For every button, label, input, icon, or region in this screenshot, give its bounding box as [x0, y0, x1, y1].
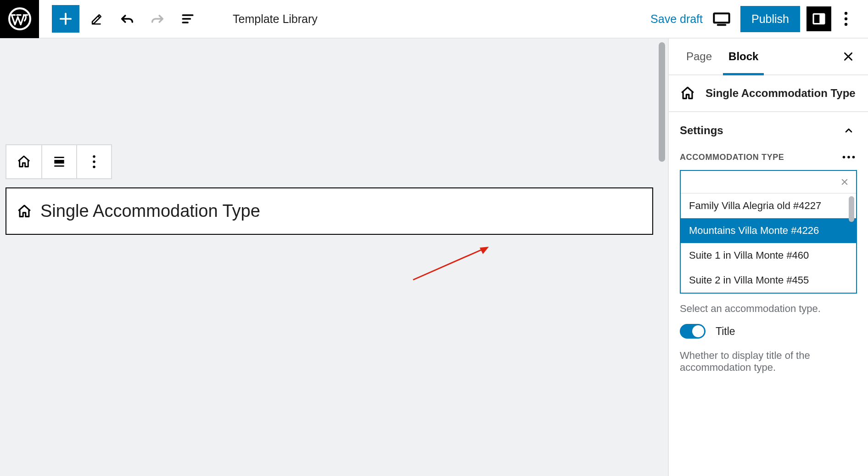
editor-canvas[interactable]: Single Accommodation Type — [0, 39, 668, 476]
canvas-scrollbar[interactable] — [659, 42, 665, 162]
block-title: Single Accommodation Type — [40, 201, 260, 221]
svg-rect-1 — [714, 13, 729, 23]
settings-sidebar-toggle[interactable] — [806, 6, 831, 31]
close-icon — [842, 51, 854, 62]
svg-marker-12 — [480, 247, 489, 254]
kebab-icon — [92, 155, 96, 169]
list-icon — [180, 11, 195, 26]
panel-icon — [812, 11, 826, 26]
accommodation-type-help: Select an accommodation type. — [669, 294, 868, 317]
accommodation-type-label: ACCOMMODATION TYPE — [680, 153, 784, 162]
title-toggle-label: Title — [716, 325, 735, 338]
align-icon — [52, 154, 67, 169]
workspace: Single Accommodation Type Page Block Sin… — [0, 39, 868, 476]
wordpress-logo[interactable] — [0, 0, 39, 38]
tab-page[interactable]: Page — [678, 39, 720, 74]
svg-point-4 — [845, 12, 847, 15]
annotation-arrow-icon — [409, 243, 491, 284]
svg-point-13 — [843, 156, 846, 159]
svg-point-10 — [93, 166, 95, 169]
block-more-button[interactable] — [76, 145, 111, 178]
clear-selection-button[interactable] — [838, 175, 851, 189]
svg-point-5 — [845, 17, 847, 20]
template-library-title: Template Library — [233, 12, 318, 26]
publish-button[interactable]: Publish — [740, 6, 800, 32]
option-item[interactable]: Family Villa Alegria old #4227 — [681, 193, 856, 218]
plus-icon — [58, 11, 73, 27]
title-toggle[interactable] — [680, 324, 706, 339]
selected-block[interactable]: Single Accommodation Type — [6, 187, 653, 235]
title-toggle-help: Whether to display title of the accommod… — [669, 340, 868, 376]
accommodation-type-search-input[interactable] — [685, 177, 838, 187]
option-item[interactable]: Suite 1 in Villa Monte #460 — [681, 243, 856, 268]
svg-point-14 — [847, 156, 850, 159]
home-icon — [17, 154, 31, 169]
redo-button[interactable] — [145, 6, 170, 32]
more-options-button[interactable] — [838, 6, 854, 31]
tab-block[interactable]: Block — [720, 39, 767, 74]
accommodation-type-more-button[interactable] — [840, 151, 857, 164]
sidebar-tabs: Page Block — [669, 39, 868, 75]
block-card: Single Accommodation Type — [669, 75, 868, 112]
option-item[interactable]: Mountains Villa Monte #4226 — [681, 218, 856, 243]
accommodation-type-header: ACCOMMODATION TYPE — [669, 142, 868, 170]
chevron-up-icon — [843, 125, 854, 136]
kebab-icon — [844, 11, 848, 26]
svg-line-11 — [413, 249, 484, 280]
desktop-icon — [712, 11, 731, 27]
document-overview-button[interactable] — [175, 6, 201, 32]
undo-button[interactable] — [114, 6, 140, 32]
meatball-icon — [842, 155, 855, 159]
select-input-row — [681, 171, 856, 193]
toolbar-right-group: Save draft Publish — [650, 6, 868, 32]
add-block-button[interactable] — [52, 5, 79, 33]
accommodation-type-select[interactable]: Family Villa Alegria old #4227 Mountains… — [680, 170, 857, 294]
accommodation-type-option-list: Family Villa Alegria old #4227 Mountains… — [681, 193, 856, 293]
settings-sidebar: Page Block Single Accommodation Type Set… — [668, 39, 868, 476]
top-toolbar: Template Library Save draft Publish — [0, 0, 868, 39]
settings-panel-toggle[interactable] — [840, 122, 857, 139]
close-icon — [840, 178, 849, 186]
redo-icon — [150, 11, 165, 27]
toolbar-left-group — [39, 5, 201, 33]
svg-point-8 — [93, 155, 95, 158]
preview-button[interactable] — [709, 6, 734, 31]
pencil-icon — [90, 12, 104, 26]
home-icon — [680, 85, 695, 101]
block-align-button[interactable] — [41, 145, 76, 178]
option-item[interactable]: Suite 2 in Villa Monte #455 — [681, 268, 856, 293]
svg-point-6 — [845, 23, 847, 26]
home-icon — [17, 204, 32, 219]
settings-panel-header[interactable]: Settings — [669, 112, 868, 142]
block-card-title: Single Accommodation Type — [706, 87, 856, 100]
undo-icon — [119, 11, 135, 27]
edit-tools-button[interactable] — [84, 6, 110, 32]
svg-rect-7 — [54, 160, 64, 164]
svg-point-15 — [852, 156, 855, 159]
svg-point-9 — [93, 160, 95, 163]
save-draft-button[interactable]: Save draft — [650, 12, 703, 26]
settings-panel-title: Settings — [680, 124, 723, 137]
svg-rect-3 — [819, 14, 824, 23]
option-list-scrollbar[interactable] — [849, 196, 854, 222]
wordpress-icon — [8, 7, 31, 30]
title-toggle-row: Title — [669, 317, 868, 340]
block-type-button[interactable] — [6, 145, 41, 178]
close-sidebar-button[interactable] — [838, 46, 859, 67]
block-floating-toolbar — [6, 144, 112, 179]
